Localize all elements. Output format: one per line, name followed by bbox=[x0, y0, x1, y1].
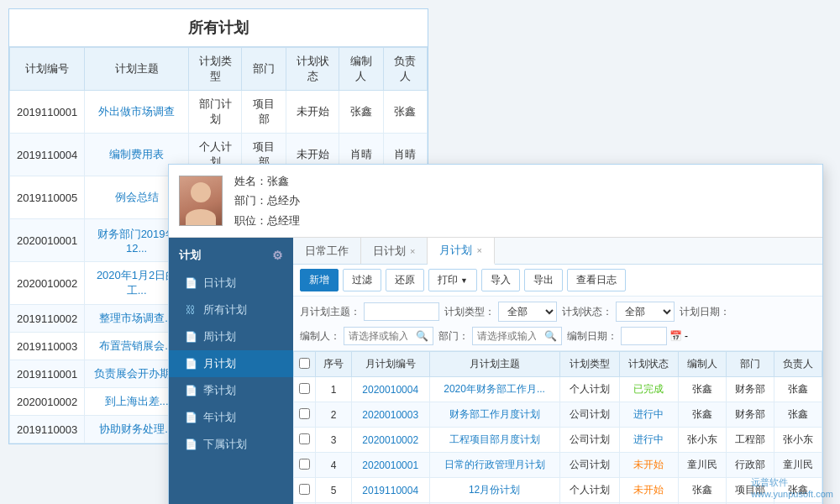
bg-col-header: 编制人 bbox=[339, 48, 383, 91]
gear-icon[interactable]: ⚙ bbox=[272, 249, 283, 262]
table-row: 120200100042020年财务部工作月...个人计划已完成张鑫财务部张鑫 bbox=[294, 377, 822, 402]
新增-button[interactable]: 新增 bbox=[300, 269, 339, 291]
quarter-plan-icon: 📄 bbox=[184, 385, 197, 396]
sidebar-item-季计划[interactable]: 📄季计划 bbox=[169, 377, 293, 404]
date-separator: - bbox=[685, 330, 688, 342]
table-cell: 张鑫 bbox=[383, 91, 427, 134]
sidebar-item-日计划[interactable]: 📄日计划 bbox=[169, 270, 293, 297]
data-col-header: 计划状态 bbox=[619, 352, 679, 377]
table-row: 22020010003财务部工作月度计划公司计划进行中张鑫财务部张鑫 bbox=[294, 402, 822, 428]
table-cell[interactable]: 2019110002 bbox=[10, 305, 85, 333]
row-code[interactable]: 2020010002 bbox=[351, 428, 429, 453]
row-topic[interactable]: 2020年财务部工作月... bbox=[429, 377, 559, 402]
tab-月计划[interactable]: 月计划× bbox=[428, 238, 494, 265]
dept-group: 部门： 🔍 bbox=[438, 327, 562, 345]
row-topic[interactable]: 财务部工作月度计划 bbox=[429, 402, 559, 428]
row-topic[interactable]: 日常的行政管理月计划 bbox=[429, 453, 559, 478]
导出-button[interactable]: 导出 bbox=[524, 269, 563, 291]
table-cell[interactable]: 2019110003 bbox=[10, 333, 85, 360]
dept-search-icon[interactable]: 🔍 bbox=[540, 328, 561, 344]
sidebar-item-label: 季计划 bbox=[203, 383, 236, 398]
还原-button[interactable]: 还原 bbox=[386, 269, 424, 291]
tab-日计划[interactable]: 日计划× bbox=[361, 238, 428, 264]
sidebar-section-label: 计划 bbox=[179, 248, 201, 263]
calendar-icon[interactable]: 📅 bbox=[669, 330, 682, 342]
sidebar-item-label: 下属计划 bbox=[203, 437, 247, 452]
table-cell[interactable]: 2019110001 bbox=[10, 91, 85, 134]
month-plan-icon: 📄 bbox=[184, 358, 197, 370]
topic-input[interactable] bbox=[364, 302, 439, 321]
type-select[interactable]: 全部 bbox=[498, 302, 557, 322]
row-code[interactable]: 2020010003 bbox=[351, 402, 429, 428]
search-form: 月计划主题： 计划类型： 全部 计划状态： 全部 计划日期： bbox=[293, 297, 822, 351]
editor-label: 编制人： bbox=[300, 329, 340, 344]
tab-close-icon[interactable]: × bbox=[476, 245, 481, 255]
bg-col-header: 计划状态 bbox=[286, 48, 339, 91]
watermark: 远普软件www.yunpusoft.com bbox=[751, 476, 833, 499]
sidebar-item-周计划[interactable]: 📄周计划 bbox=[169, 323, 293, 350]
打印-button[interactable]: 打印 bbox=[428, 269, 477, 291]
select-all-checkbox[interactable] bbox=[299, 358, 310, 369]
bg-col-header: 计划编号 bbox=[10, 48, 85, 91]
table-cell[interactable]: 2020010002 bbox=[10, 262, 85, 305]
sidebar-section-plan[interactable]: 计划 ⚙ bbox=[169, 241, 293, 270]
table-cell[interactable]: 2020010002 bbox=[10, 388, 85, 416]
sidebar-item-年计划[interactable]: 📄年计划 bbox=[169, 404, 293, 431]
row-topic[interactable]: 工程项目部月度计划 bbox=[429, 428, 559, 453]
row-checkbox[interactable] bbox=[299, 459, 310, 470]
user-dept: 部门：总经办 bbox=[234, 191, 300, 210]
row-no: 2 bbox=[316, 402, 352, 428]
avatar bbox=[179, 176, 223, 226]
table-cell[interactable]: 2020010001 bbox=[10, 219, 85, 262]
table-cell: 张鑫 bbox=[339, 91, 383, 134]
tab-日常工作[interactable]: 日常工作 bbox=[293, 238, 361, 264]
row-code[interactable]: 2020010004 bbox=[351, 377, 429, 402]
row-dept: 财务部 bbox=[727, 402, 774, 428]
sub-plan-icon: 📄 bbox=[184, 438, 197, 450]
tab-close-icon[interactable]: × bbox=[410, 246, 415, 256]
row-type: 公司计划 bbox=[559, 402, 619, 428]
editor-input[interactable] bbox=[344, 328, 412, 344]
row-checkbox[interactable] bbox=[299, 383, 310, 394]
row-checkbox[interactable] bbox=[299, 484, 310, 495]
row-owner: 张小东 bbox=[774, 428, 822, 453]
table-cell[interactable]: 2019110003 bbox=[10, 416, 85, 444]
editdate-start[interactable] bbox=[621, 327, 667, 345]
popup-panel: 姓名：张鑫 部门：总经办 职位：总经理 计划 ⚙ 📄日计划⛓所有计划📄周计划📄月… bbox=[168, 164, 823, 504]
row-code[interactable]: 2020010001 bbox=[351, 453, 429, 478]
row-topic[interactable]: 12月份计划 bbox=[429, 478, 559, 503]
row-checkbox[interactable] bbox=[299, 408, 310, 419]
date-group: 计划日期： bbox=[680, 305, 730, 319]
row-code[interactable]: 2019110004 bbox=[351, 478, 429, 503]
editor-group: 编制人： 🔍 bbox=[300, 327, 433, 345]
day-plan-icon: 📄 bbox=[184, 277, 197, 289]
status-select[interactable]: 全部 bbox=[616, 302, 675, 322]
table-cell: 项目部 bbox=[242, 91, 286, 134]
dept-input-wrap: 🔍 bbox=[472, 327, 562, 345]
row-checkbox-cell bbox=[294, 453, 316, 478]
table-row: 42020010001日常的行政管理月计划公司计划未开始童川民行政部童川民 bbox=[294, 453, 822, 478]
dept-input[interactable] bbox=[473, 328, 540, 344]
sidebar-item-所有计划[interactable]: ⛓所有计划 bbox=[169, 297, 293, 323]
table-cell: 部门计划 bbox=[188, 91, 242, 134]
status-label: 计划状态： bbox=[562, 305, 612, 319]
table-cell[interactable]: 外出做市场调查 bbox=[85, 91, 189, 134]
table-cell[interactable]: 2019110004 bbox=[10, 134, 85, 176]
过滤-button[interactable]: 过滤 bbox=[343, 269, 381, 291]
bg-col-header: 部门 bbox=[242, 48, 286, 91]
sidebar-item-下属计划[interactable]: 📄下属计划 bbox=[169, 431, 293, 458]
导入-button[interactable]: 导入 bbox=[481, 269, 520, 291]
sidebar-item-label: 所有计划 bbox=[203, 302, 247, 318]
table-cell[interactable]: 2019110001 bbox=[10, 360, 85, 388]
sidebar-item-label: 年计划 bbox=[203, 410, 236, 425]
row-checkbox-cell bbox=[294, 478, 316, 503]
row-editor: 张小东 bbox=[679, 428, 727, 453]
editor-input-wrap: 🔍 bbox=[344, 327, 433, 345]
toolbar: 新增过滤还原打印导入导出查看日志 bbox=[293, 265, 822, 297]
row-checkbox[interactable] bbox=[299, 433, 310, 444]
sidebar-item-月计划[interactable]: 📄月计划 bbox=[169, 350, 293, 377]
table-cell[interactable]: 2019110005 bbox=[10, 176, 85, 219]
查看日志-button[interactable]: 查看日志 bbox=[567, 269, 626, 291]
data-col-header: 月计划编号 bbox=[351, 352, 429, 377]
editor-search-icon[interactable]: 🔍 bbox=[412, 328, 433, 344]
